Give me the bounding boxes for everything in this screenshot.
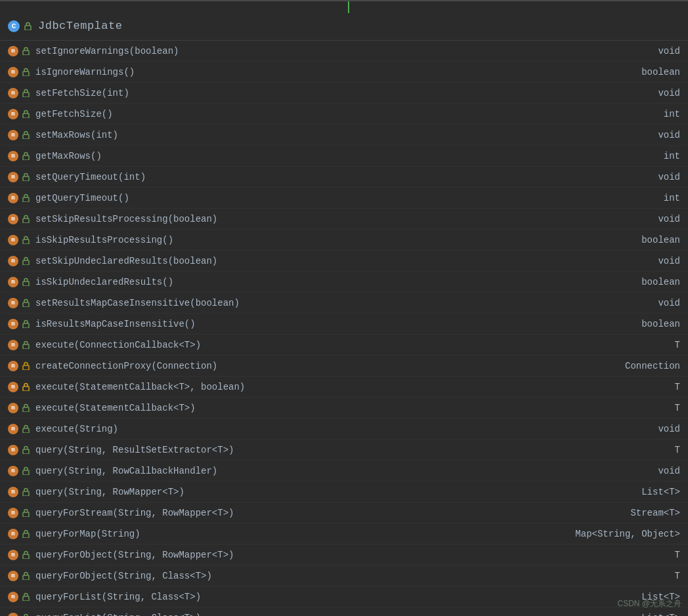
method-name: getQueryTimeout() <box>35 193 601 203</box>
method-badge: m <box>8 613 18 617</box>
method-lock-icon <box>21 152 30 161</box>
method-row[interactable]: m getFetchSize()int <box>0 104 688 125</box>
svg-rect-2 <box>23 72 29 76</box>
svg-rect-7 <box>23 176 29 181</box>
svg-rect-22 <box>23 491 29 496</box>
method-badge: m <box>8 319 18 329</box>
method-badge: m <box>8 67 18 77</box>
method-name: isResultsMapCaseInsensitive() <box>35 319 601 329</box>
svg-rect-5 <box>23 134 29 139</box>
method-row[interactable]: m queryForObject(String, Class<T>)T <box>0 565 688 586</box>
method-row[interactable]: m queryForMap(String)Map<String, Object> <box>0 524 688 544</box>
method-return-type: List<T> <box>601 487 680 497</box>
svg-rect-24 <box>23 533 29 538</box>
method-lock-icon <box>21 298 30 308</box>
method-name: query(String, RowMapper<T>) <box>35 487 601 497</box>
method-row[interactable]: m query(String, ResultSetExtractor<T>)T <box>0 440 688 461</box>
partial-method-name: queryForList(String, Class<T>) <box>35 613 601 617</box>
svg-rect-3 <box>23 92 29 97</box>
partial-row[interactable]: m queryForList(String, Class<T>) List<T> <box>0 607 688 616</box>
method-return-type: Map<String, Object> <box>569 529 680 539</box>
method-row[interactable]: m execute(StatementCallback<T>)T <box>0 398 688 419</box>
method-lock-icon <box>21 361 30 371</box>
method-return-type: void <box>601 466 680 476</box>
method-name: query(String, ResultSetExtractor<T>) <box>35 445 601 455</box>
method-name: setResultsMapCaseInsensitive(boolean) <box>35 298 601 308</box>
method-badge: m <box>8 592 18 602</box>
method-lock-icon <box>21 173 30 182</box>
method-row[interactable]: m setSkipResultsProcessing(boolean)void <box>0 209 688 230</box>
method-row[interactable]: m isSkipResultsProcessing()boolean <box>0 230 688 251</box>
method-badge: m <box>8 403 18 413</box>
svg-rect-10 <box>23 239 29 244</box>
method-lock-icon <box>21 529 30 539</box>
method-lock-icon <box>21 424 30 434</box>
method-row[interactable]: m queryForList(String, Class<T>)List<T> <box>0 586 688 607</box>
method-name: isIgnoreWarnings() <box>35 67 601 77</box>
method-return-type: T <box>601 445 680 455</box>
method-name: setIgnoreWarnings(boolean) <box>35 46 601 56</box>
svg-rect-16 <box>23 365 29 370</box>
method-row[interactable]: m setSkipUndeclaredResults(boolean)void <box>0 251 688 272</box>
method-lock-icon <box>21 68 30 77</box>
method-return-type: T <box>601 403 680 413</box>
method-name: query(String, RowCallbackHandler) <box>35 466 601 476</box>
method-badge: m <box>8 424 18 434</box>
method-row[interactable]: m queryForObject(String, RowMapper<T>)T <box>0 544 688 565</box>
methods-list: m setIgnoreWarnings(boolean)voidm isIgno… <box>0 41 688 607</box>
method-return-type: int <box>601 193 680 203</box>
svg-rect-20 <box>23 449 29 454</box>
method-lock-icon <box>21 382 30 392</box>
svg-rect-23 <box>23 512 29 517</box>
method-return-type: T <box>601 571 680 581</box>
method-row[interactable]: m setResultsMapCaseInsensitive(boolean)v… <box>0 293 688 314</box>
method-row[interactable]: m query(String, RowMapper<T>)List<T> <box>0 482 688 503</box>
method-return-type: boolean <box>601 67 680 77</box>
svg-rect-4 <box>23 113 29 118</box>
method-name: getFetchSize() <box>35 109 601 119</box>
svg-rect-21 <box>23 470 29 475</box>
method-row[interactable]: m execute(String)void <box>0 419 688 440</box>
method-row[interactable]: m setQueryTimeout(int)void <box>0 167 688 188</box>
method-name: queryForObject(String, RowMapper<T>) <box>35 550 601 560</box>
method-name: setSkipUndeclaredResults(boolean) <box>35 256 601 266</box>
method-return-type: void <box>601 172 680 182</box>
method-lock-icon <box>21 236 30 245</box>
method-row[interactable]: m isSkipUndeclaredResults()boolean <box>0 272 688 293</box>
method-badge: m <box>8 256 18 266</box>
method-return-type: int <box>601 109 680 119</box>
method-badge: m <box>8 46 18 56</box>
method-name: queryForMap(String) <box>35 529 569 539</box>
method-row[interactable]: m setIgnoreWarnings(boolean)void <box>0 41 688 62</box>
method-row[interactable]: m isResultsMapCaseInsensitive()boolean <box>0 314 688 335</box>
method-badge: m <box>8 466 18 476</box>
method-row[interactable]: m query(String, RowCallbackHandler)void <box>0 461 688 482</box>
svg-rect-18 <box>23 407 29 412</box>
method-badge: m <box>8 445 18 455</box>
method-lock-icon <box>21 340 30 350</box>
method-row[interactable]: m createConnectionProxy(Connection)Conne… <box>0 356 688 377</box>
method-row[interactable]: m setFetchSize(int)void <box>0 83 688 104</box>
method-return-type: boolean <box>601 235 680 245</box>
method-badge: m <box>8 508 18 518</box>
method-row[interactable]: m getMaxRows()int <box>0 146 688 167</box>
method-lock-icon <box>21 403 30 413</box>
method-name: queryForList(String, Class<T>) <box>35 592 601 602</box>
method-row[interactable]: m execute(ConnectionCallback<T>)T <box>0 335 688 356</box>
method-lock-icon <box>21 319 30 329</box>
method-return-type: void <box>601 46 680 56</box>
method-row[interactable]: m execute(StatementCallback<T>, boolean)… <box>0 377 688 398</box>
method-badge: m <box>8 151 18 161</box>
method-badge: m <box>8 214 18 224</box>
method-row[interactable]: m isIgnoreWarnings()boolean <box>0 62 688 83</box>
method-row[interactable]: m queryForStream(String, RowMapper<T>)St… <box>0 503 688 524</box>
svg-rect-0 <box>25 26 31 30</box>
method-return-type: void <box>601 88 680 98</box>
method-row[interactable]: m getQueryTimeout()int <box>0 188 688 209</box>
method-return-type: boolean <box>601 319 680 329</box>
method-lock-icon <box>21 277 30 287</box>
method-row[interactable]: m setMaxRows(int)void <box>0 125 688 146</box>
method-lock-icon <box>21 131 30 140</box>
method-badge: m <box>8 529 18 539</box>
class-name: JdbcTemplate <box>38 20 122 32</box>
